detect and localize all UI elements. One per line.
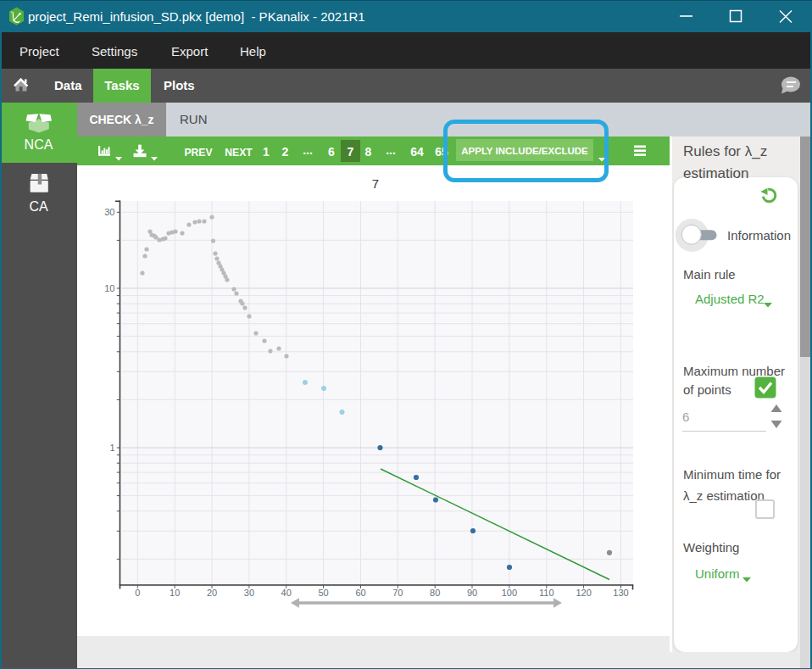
svg-text:120: 120 [576, 588, 591, 598]
svg-text:10: 10 [104, 283, 114, 293]
svg-text:50: 50 [318, 588, 328, 598]
svg-text:60: 60 [355, 588, 365, 598]
svg-text:90: 90 [467, 588, 477, 598]
svg-text:130: 130 [613, 588, 628, 598]
svg-text:10: 10 [170, 588, 180, 598]
svg-text:30: 30 [104, 207, 114, 217]
svg-text:110: 110 [539, 588, 554, 598]
svg-text:1: 1 [109, 443, 114, 453]
svg-text:0: 0 [135, 588, 140, 598]
svg-text:7: 7 [372, 176, 379, 191]
svg-text:70: 70 [392, 588, 403, 598]
svg-text:100: 100 [502, 588, 517, 598]
svg-text:30: 30 [244, 588, 254, 598]
svg-text:40: 40 [281, 588, 292, 598]
svg-text:20: 20 [207, 588, 217, 598]
svg-text:80: 80 [430, 588, 440, 598]
